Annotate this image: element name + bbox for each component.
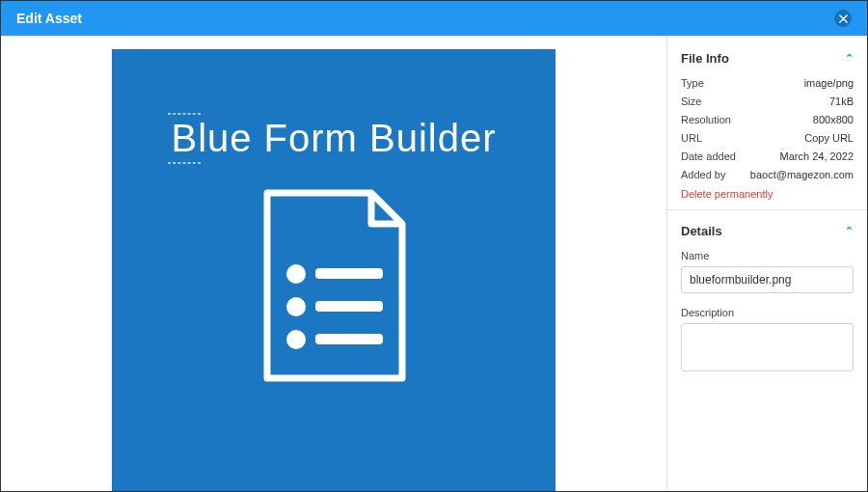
svg-rect-5	[315, 334, 383, 344]
info-label: Size	[681, 96, 701, 107]
chevron-up-icon: ⌃	[845, 225, 854, 237]
preview-title: Blue Form Builder	[171, 117, 496, 160]
svg-point-4	[286, 330, 306, 349]
description-input[interactable]	[681, 323, 854, 371]
modal-header: Edit Asset	[1, 1, 867, 36]
info-row-url: URL Copy URL	[681, 132, 854, 144]
info-row-added-by: Added by baoct@magezon.com	[681, 169, 854, 180]
details-heading: Details	[681, 224, 722, 238]
section-divider	[667, 209, 867, 210]
info-label: URL	[681, 132, 702, 144]
modal-body: Blue Form Builder File Info ⌃ Type image…	[1, 36, 867, 489]
copy-url-link[interactable]: Copy URL	[804, 132, 854, 144]
chevron-up-icon: ⌃	[845, 52, 854, 65]
file-info-header[interactable]: File Info ⌃	[681, 51, 854, 66]
name-input[interactable]	[681, 266, 854, 293]
modal-title: Edit Asset	[16, 11, 82, 26]
info-value: image/png	[804, 77, 854, 89]
preview-pane: Blue Form Builder	[1, 36, 666, 489]
close-icon	[839, 14, 848, 23]
sidebar: File Info ⌃ Type image/png Size 71kB Res…	[666, 36, 867, 489]
info-label: Resolution	[681, 114, 731, 125]
info-value: March 24, 2022	[780, 150, 854, 162]
info-row-resolution: Resolution 800x800	[681, 114, 854, 125]
details-header[interactable]: Details ⌃	[681, 224, 854, 238]
file-info-heading: File Info	[681, 51, 729, 66]
svg-rect-1	[315, 268, 383, 279]
description-label: Description	[681, 307, 854, 318]
svg-point-0	[286, 264, 306, 284]
info-row-size: Size 71kB	[681, 96, 854, 107]
document-icon	[258, 189, 410, 382]
info-value: 800x800	[813, 114, 854, 125]
info-value: baoct@magezon.com	[750, 169, 854, 180]
close-button[interactable]	[834, 10, 852, 27]
info-row-type: Type image/png	[681, 77, 854, 89]
info-row-date-added: Date added March 24, 2022	[681, 150, 854, 162]
svg-rect-3	[315, 301, 383, 312]
info-label: Date added	[681, 150, 736, 162]
asset-preview: Blue Form Builder	[112, 49, 556, 492]
svg-point-2	[286, 297, 306, 316]
info-label: Added by	[681, 169, 725, 180]
delete-permanently-link[interactable]: Delete permanently	[681, 188, 854, 200]
name-label: Name	[681, 250, 854, 261]
info-value: 71kB	[829, 96, 854, 107]
info-label: Type	[681, 77, 704, 89]
